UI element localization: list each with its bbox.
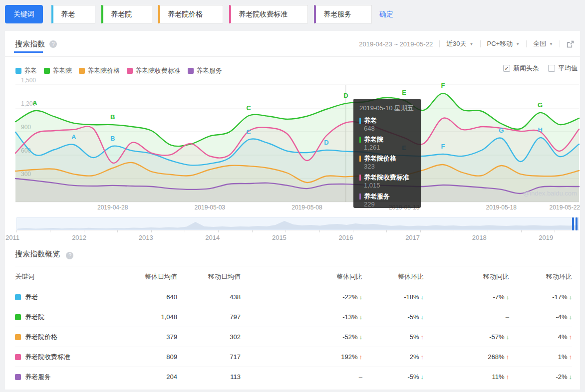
legend-item[interactable]: 养老院价格 [79, 66, 120, 75]
news-marker: G [538, 101, 543, 109]
timeline-brush[interactable] [16, 217, 579, 230]
keyword-chip[interactable]: 养老 [51, 5, 95, 23]
legend-item[interactable]: 养老服务 [188, 66, 222, 75]
checkbox-box[interactable] [548, 65, 555, 72]
divider [439, 40, 440, 47]
tooltip-item: 养老院价格323 [359, 155, 415, 170]
overall-avg-cell: 204 [137, 373, 177, 381]
overview-section: 搜索指数概览 ? 关键词整体日均值移动日均值整体同比整体环比移动同比移动环比 养… [15, 249, 572, 387]
table-header: 关键词整体日均值移动日均值整体同比整体环比移动同比移动环比 [15, 266, 572, 287]
keyword-cell[interactable]: 养老院 [15, 313, 137, 322]
keyword-chip[interactable]: 养老院 [101, 5, 152, 23]
brush-handle-left[interactable] [572, 217, 574, 230]
change-cell: -17%↓ [509, 293, 572, 301]
news-marker: H [538, 126, 542, 134]
keyword-cell[interactable]: 养老院价格 [15, 333, 137, 342]
tooltip-item: 养老院收费标准1,015 [359, 174, 415, 189]
tooltip-series-label: 养老 [364, 116, 377, 125]
keyword-button[interactable]: 关键词 [5, 5, 43, 23]
timeline-year: 2014 [205, 234, 220, 241]
timeline-year: 2013 [139, 234, 153, 241]
legend-swatch [15, 68, 21, 74]
change-cell: 268%↑ [424, 353, 509, 361]
tooltip-series-name: 养老 [359, 117, 415, 124]
keyword-chip-label: 养老服务 [323, 10, 351, 19]
help-icon[interactable]: ? [49, 40, 57, 48]
brush-handle-right[interactable] [576, 217, 578, 230]
change-value: 11% [492, 373, 504, 381]
keyword-cell[interactable]: 养老服务 [15, 373, 137, 382]
dropdown-label: 近30天 [446, 39, 466, 48]
change-value: 5% [410, 333, 419, 341]
legend-item[interactable]: 养老院 [44, 66, 72, 75]
keyword-swatch [15, 294, 21, 300]
news-marker: D [324, 139, 328, 146]
legend-label: 养老院 [52, 66, 72, 75]
change-cell: -4%↓ [509, 313, 572, 321]
dropdown-label: PC+移动 [487, 39, 513, 48]
tooltip-series-label: 养老院 [364, 135, 383, 144]
change-value: -7% [493, 293, 504, 301]
chevron-down-icon: ▼ [549, 42, 553, 46]
external-link-icon[interactable] [567, 40, 574, 48]
keyword-cell[interactable]: 养老院收费标准 [15, 353, 137, 362]
keyword-label: 养老 [25, 293, 38, 302]
chevron-down-icon: ▼ [470, 42, 474, 46]
change-cell: – [241, 373, 362, 381]
keyword-chip[interactable]: 养老服务 [314, 5, 372, 23]
keyword-label: 养老院价格 [25, 333, 57, 342]
x-axis-label: 2019-05-03 [195, 204, 226, 211]
change-value: 1% [558, 353, 568, 361]
tooltip-series-label: 养老服务 [364, 192, 390, 201]
help-icon[interactable]: ? [66, 252, 73, 259]
legend-swatch [188, 68, 194, 74]
column-header: 整体环比 [362, 272, 424, 281]
column-header: 整体同比 [241, 272, 362, 281]
dropdown[interactable]: 全国▼ [533, 39, 553, 48]
tooltip-date: 2019-05-10 星期五 [359, 104, 415, 113]
change-cell: 5%↑ [362, 333, 424, 341]
keyword-chip[interactable]: 养老院价格 [158, 5, 223, 23]
news-marker: C [246, 104, 251, 112]
chart-checkboxes: ✓新闻头条平均值 [503, 64, 578, 73]
tooltip-series-swatch [359, 137, 361, 143]
table-row: 养老院收费标准809717192%↑2%↑268%↑1%↑ [15, 347, 572, 367]
x-axis-label: 2019-04-28 [97, 204, 128, 211]
change-cell: 4%↑ [509, 333, 572, 341]
checkbox-box[interactable]: ✓ [503, 65, 510, 72]
tooltip-series-name: 养老服务 [359, 193, 415, 200]
keyword-swatch [15, 354, 21, 360]
tooltip-item: 养老服务229 [359, 193, 415, 208]
legend-item[interactable]: 养老院收费标准 [127, 66, 181, 75]
legend-item[interactable]: 养老 [15, 66, 37, 75]
news-marker: F [441, 82, 445, 89]
checkbox-average[interactable]: 平均值 [548, 64, 578, 73]
keyword-label: 养老院收费标准 [25, 353, 70, 362]
change-cell: -5%↓ [362, 373, 424, 381]
keyword-swatch [15, 314, 21, 320]
tooltip-series-swatch [359, 118, 361, 124]
legend-label: 养老 [24, 66, 37, 75]
change-value: -4% [556, 313, 567, 321]
tab-search-index[interactable]: 搜索指数 [15, 39, 45, 49]
confirm-link[interactable]: 确定 [379, 10, 393, 19]
legend-label: 养老服务 [196, 66, 222, 75]
change-value: -5% [407, 313, 419, 321]
trend-chart[interactable]: 3006009001,2001,500ABCDEFGABCDEFGH2019-0… [5, 75, 580, 217]
keyword-label: 养老服务 [25, 373, 51, 382]
dropdown[interactable]: 近30天▼ [446, 39, 473, 48]
news-marker: B [110, 113, 115, 121]
dropdown[interactable]: PC+移动▼ [487, 39, 520, 48]
keyword-cell[interactable]: 养老 [15, 293, 137, 302]
arrow-down-icon: ↓ [569, 293, 573, 301]
change-value: -57% [489, 333, 504, 341]
overall-avg-cell: 640 [137, 293, 177, 301]
keyword-chip[interactable]: 养老院收费标准 [229, 5, 308, 23]
checkbox-news[interactable]: ✓新闻头条 [503, 64, 539, 73]
change-value: -22% [342, 293, 357, 301]
news-marker: E [402, 89, 406, 96]
change-cell: 1%↑ [509, 353, 572, 361]
checkbox-label: 新闻头条 [513, 64, 539, 73]
checkbox-label: 平均值 [558, 64, 578, 73]
dropdown-label: 全国 [533, 39, 546, 48]
